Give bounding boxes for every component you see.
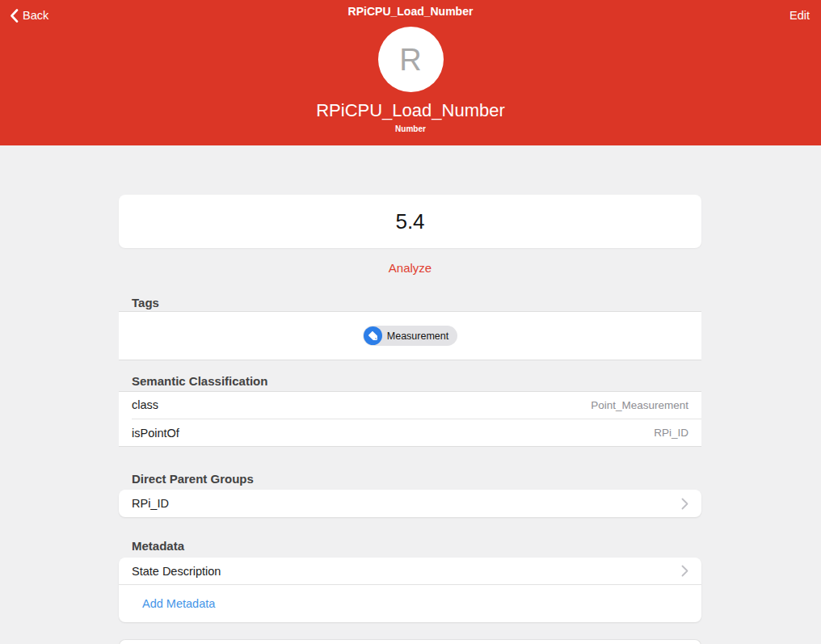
header: Back RPiCPU_Load_Number Edit R RPiCPU_Lo… — [0, 0, 821, 145]
back-button-label: Back — [23, 9, 48, 22]
avatar: R — [378, 27, 444, 92]
row-label: RPi_ID — [132, 497, 681, 510]
tags-block: Measurement — [119, 311, 701, 360]
chevron-right-icon — [681, 498, 688, 510]
semantic-row-class: class Point_Measurement — [119, 392, 701, 419]
tag-chip-measurement: Measurement — [363, 326, 457, 346]
row-label: State Description — [132, 565, 681, 578]
item-type-label: Number — [0, 124, 821, 134]
row-label: isPointOf — [132, 427, 654, 440]
row-label: class — [132, 398, 591, 411]
next-section-card-top — [119, 639, 701, 644]
analyze-button[interactable]: Analyze — [119, 261, 701, 277]
semantic-block: class Point_Measurement isPointOf RPi_ID — [119, 391, 701, 447]
tag-chip-label: Measurement — [387, 330, 448, 342]
row-value: RPi_ID — [654, 427, 688, 439]
semantic-row-ispointof: isPointOf RPi_ID — [119, 419, 701, 446]
chevron-right-icon — [681, 565, 688, 577]
parent-groups-card: RPi_ID — [119, 490, 701, 517]
add-metadata-button[interactable]: Add Metadata — [119, 585, 701, 622]
item-title: RPiCPU_Load_Number — [0, 99, 821, 121]
content-column: 5.4 Analyze Tags Measurement Semantic Cl… — [119, 195, 701, 644]
metadata-heading: Metadata — [119, 539, 701, 554]
chevron-left-icon — [10, 9, 19, 23]
back-button[interactable]: Back — [10, 9, 48, 23]
avatar-letter: R — [399, 44, 421, 75]
row-value: Point_Measurement — [591, 399, 688, 411]
navbar-title: RPiCPU_Load_Number — [0, 5, 821, 18]
metadata-row-state-description[interactable]: State Description — [119, 558, 701, 584]
edit-button[interactable]: Edit — [789, 9, 810, 22]
tag-icon — [364, 326, 382, 345]
semantic-heading: Semantic Classification — [119, 374, 701, 389]
item-details-page: Back RPiCPU_Load_Number Edit R RPiCPU_Lo… — [0, 0, 821, 644]
parent-groups-heading: Direct Parent Groups — [119, 472, 701, 486]
state-value-card: 5.4 — [119, 195, 701, 248]
parent-group-row-rpi-id[interactable]: RPi_ID — [119, 490, 701, 517]
state-value: 5.4 — [395, 209, 424, 234]
tags-heading: Tags — [119, 296, 701, 310]
navbar: Back RPiCPU_Load_Number Edit — [0, 0, 821, 26]
metadata-card: State Description Add Metadata — [119, 558, 701, 622]
